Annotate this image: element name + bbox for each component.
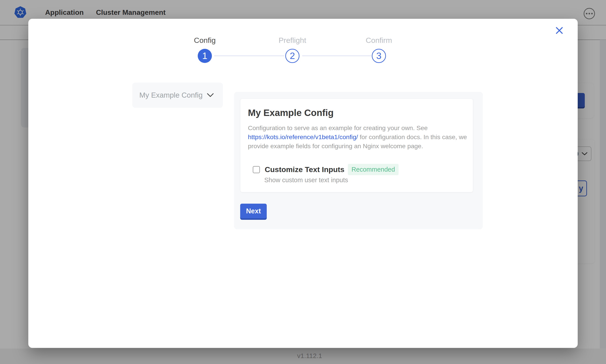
- step-label-preflight: Preflight: [279, 36, 306, 45]
- step-circle-1: 1: [198, 49, 212, 63]
- step-connector-2: [302, 55, 371, 56]
- customize-text-inputs-row: Customize Text Inputs Recommended: [253, 164, 399, 175]
- checkbox-help-text: Show custom user text inputs: [264, 176, 348, 184]
- config-group-selector[interactable]: My Example Config: [132, 83, 223, 108]
- recommended-badge: Recommended: [348, 164, 399, 175]
- customize-text-inputs-checkbox[interactable]: [253, 166, 260, 173]
- config-group-selector-label: My Example Config: [139, 91, 203, 99]
- close-icon[interactable]: [554, 26, 565, 36]
- kots-admin-console: Application Cluster Management 0 y v1.11…: [0, 0, 606, 364]
- config-docs-link[interactable]: https://kots.io/reference/v1beta1/config…: [248, 133, 358, 141]
- step-circle-3: 3: [372, 49, 386, 63]
- config-panel: My Example Config Configuration to serve…: [234, 92, 483, 229]
- chevron-down-icon: [207, 93, 214, 97]
- description-text: Configuration to serve as an example for…: [248, 124, 428, 131]
- next-button[interactable]: Next: [240, 204, 267, 219]
- step-connector-1: [214, 55, 284, 56]
- step-label-confirm: Confirm: [366, 36, 392, 45]
- config-group-title: My Example Config: [248, 108, 333, 118]
- step-circle-2: 2: [285, 49, 300, 63]
- config-group-card: My Example Config Configuration to serve…: [240, 99, 473, 192]
- config-wizard-modal: Config Preflight Confirm 1 2 3 My Exampl…: [28, 19, 578, 348]
- step-label-config: Config: [194, 36, 216, 45]
- customize-text-inputs-label[interactable]: Customize Text Inputs: [265, 165, 344, 174]
- config-group-description: Configuration to serve as an example for…: [248, 123, 469, 151]
